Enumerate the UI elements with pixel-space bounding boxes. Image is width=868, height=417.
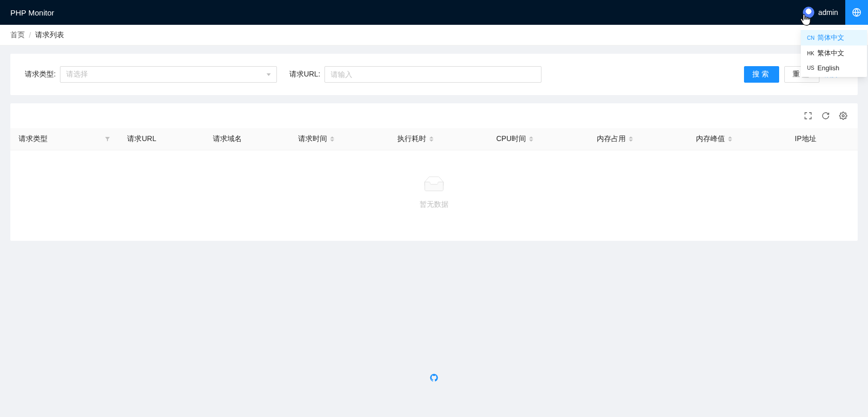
- col-mem-usage[interactable]: 内存占用: [588, 128, 688, 150]
- username: admin: [818, 8, 838, 17]
- language-button[interactable]: [845, 0, 868, 25]
- svg-point-1: [842, 115, 844, 117]
- col-request-url: 请求URL: [119, 128, 204, 150]
- sort-icon: [429, 136, 433, 142]
- col-cpu-time[interactable]: CPU时间: [488, 128, 588, 150]
- sort-icon: [629, 136, 633, 142]
- lang-code: HK: [807, 51, 814, 56]
- table-toolbar: [10, 112, 858, 128]
- col-exec-time[interactable]: 执行耗时: [389, 128, 488, 150]
- empty-state: 暂无数据: [11, 151, 857, 220]
- sort-icon: [330, 136, 334, 142]
- table-header-row: 请求类型 请求URL 请求域名 请求时间: [10, 128, 858, 150]
- filter-panel: 请求类型: 请选择 请求URL: 搜索 重置 展开: [10, 54, 858, 95]
- breadcrumb-home[interactable]: 首页: [10, 30, 25, 40]
- col-ip-address: IP地址: [786, 128, 858, 150]
- lang-item-us[interactable]: US English: [801, 61, 867, 75]
- col-request-domain: 请求域名: [205, 128, 290, 150]
- breadcrumb-separator: /: [29, 31, 31, 39]
- col-mem-peak[interactable]: 内存峰值: [688, 128, 787, 150]
- lang-item-hk[interactable]: HK 繁体中文: [801, 45, 867, 61]
- refresh-icon[interactable]: [822, 112, 830, 120]
- lang-code: CN: [807, 35, 814, 41]
- filter-icon[interactable]: [104, 136, 111, 142]
- globe-icon: [852, 8, 861, 17]
- select-placeholder: 请选择: [66, 70, 88, 79]
- lang-item-cn[interactable]: CN 简体中文: [801, 30, 867, 45]
- app-header: PHP Monitor admin: [0, 0, 868, 25]
- search-button[interactable]: 搜索: [744, 66, 779, 83]
- avatar: [803, 7, 814, 18]
- lang-code: US: [807, 65, 814, 71]
- lang-label: 繁体中文: [817, 49, 844, 58]
- lang-label: English: [817, 64, 840, 72]
- col-request-time[interactable]: 请求时间: [290, 128, 389, 150]
- fullscreen-icon[interactable]: [804, 112, 812, 120]
- language-dropdown: CN 简体中文 HK 繁体中文 US English: [801, 28, 867, 77]
- empty-text: 暂无数据: [11, 200, 857, 209]
- sort-icon: [529, 136, 533, 142]
- breadcrumb: 首页 / 请求列表: [0, 25, 868, 45]
- app-title: PHP Monitor: [10, 8, 54, 17]
- table-panel: 请求类型 请求URL 请求域名 请求时间: [10, 103, 858, 241]
- filter-url-label: 请求URL:: [289, 70, 320, 79]
- filter-type-label: 请求类型:: [25, 70, 56, 79]
- empty-icon: [421, 176, 447, 194]
- lang-label: 简体中文: [817, 33, 844, 42]
- settings-icon[interactable]: [839, 112, 847, 120]
- filter-request-url: 请求URL:: [289, 66, 541, 83]
- request-url-input[interactable]: [324, 66, 541, 83]
- request-type-select[interactable]: 请选择: [60, 66, 277, 83]
- footer-link[interactable]: [429, 373, 439, 384]
- col-request-type[interactable]: 请求类型: [10, 128, 119, 150]
- filter-request-type: 请求类型: 请选择: [25, 66, 277, 83]
- data-table: 请求类型 请求URL 请求域名 请求时间: [10, 128, 858, 220]
- breadcrumb-current: 请求列表: [35, 30, 64, 40]
- user-menu[interactable]: admin: [796, 0, 845, 25]
- sort-icon: [728, 136, 732, 142]
- table-empty-row: 暂无数据: [10, 150, 858, 221]
- github-icon: [429, 373, 439, 382]
